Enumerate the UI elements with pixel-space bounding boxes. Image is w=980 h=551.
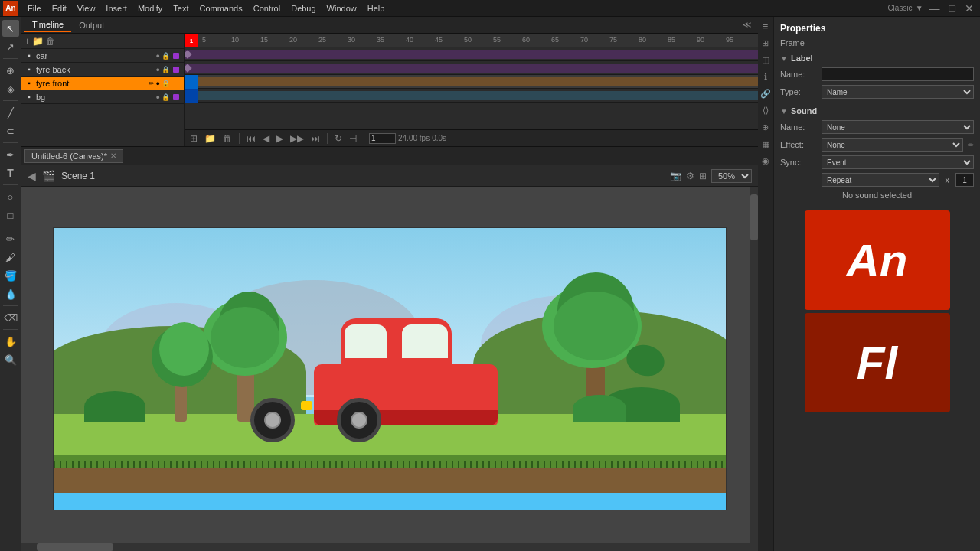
menu-commands[interactable]: Commands xyxy=(194,2,247,15)
gradient-tool[interactable]: ◈ xyxy=(2,80,19,97)
select-tool[interactable]: ↖ xyxy=(2,20,19,37)
menu-control[interactable]: Control xyxy=(249,2,285,15)
menu-file[interactable]: File xyxy=(23,2,46,15)
menu-debug[interactable]: Debug xyxy=(286,2,320,15)
menu-view[interactable]: View xyxy=(73,2,100,15)
components-icon[interactable]: ◉ xyxy=(760,155,772,167)
transform-icon[interactable]: ⊕ xyxy=(760,121,772,133)
sync-select[interactable]: Event xyxy=(822,155,974,169)
hand-tool[interactable]: ✋ xyxy=(2,333,19,350)
code-icon[interactable]: ⟨⟩ xyxy=(760,104,772,116)
x-label: x xyxy=(946,175,950,184)
play-fwd-step[interactable]: ▶▶ xyxy=(288,132,306,145)
h-scrollbar[interactable] xyxy=(21,543,750,551)
playhead-marker: 1 xyxy=(185,34,198,47)
tab-output[interactable]: Output xyxy=(71,19,112,31)
pen-tool[interactable]: ✒ xyxy=(2,146,19,163)
timeline-collapse-btn[interactable]: ≪ xyxy=(740,18,755,31)
add-folder-icon[interactable]: 📁 xyxy=(32,36,44,47)
add-layer-icon[interactable]: + xyxy=(24,36,30,47)
menu-edit[interactable]: Edit xyxy=(47,2,71,15)
minimize-btn[interactable]: — xyxy=(926,2,943,15)
info-icon[interactable]: ℹ xyxy=(760,70,772,83)
edit-effect-btn[interactable]: ✏ xyxy=(966,141,974,149)
grid-icon[interactable]: ⊞ xyxy=(699,171,707,181)
layer-row-bg[interactable]: ▪ bg ● 🔒 xyxy=(21,90,184,104)
v-scrollbar-thumb[interactable] xyxy=(750,194,758,240)
eraser-tool[interactable]: ⌫ xyxy=(2,309,19,326)
canvas-close-btn[interactable]: ✕ xyxy=(110,152,116,160)
zoom-tool[interactable]: 🔍 xyxy=(2,351,19,368)
eye-icon-tyre-back[interactable]: ● xyxy=(156,66,160,73)
current-frame-input[interactable] xyxy=(369,133,396,144)
lock-icon-tyre-back[interactable]: 🔒 xyxy=(162,66,170,73)
lock-icon-car[interactable]: 🔒 xyxy=(162,52,170,60)
lasso-tool[interactable]: ⊂ xyxy=(2,122,19,139)
tb-sep-2 xyxy=(327,133,328,144)
canvas-tab[interactable]: Untitled-6 (Canvas)* ✕ xyxy=(24,149,123,163)
label-section-header[interactable]: ▼ Label xyxy=(780,54,974,63)
adobe-flash-logo[interactable]: Fl xyxy=(805,313,950,412)
line-tool[interactable]: ╱ xyxy=(2,104,19,121)
trash-icon[interactable]: 🗑 xyxy=(220,132,234,145)
prop-row-sync: Sync: Event xyxy=(780,155,974,169)
play-back-step[interactable]: ◀ xyxy=(260,132,272,145)
menu-insert[interactable]: Insert xyxy=(101,2,132,15)
snap-icon[interactable]: ⊣ xyxy=(347,132,359,145)
rect-tool[interactable]: □ xyxy=(2,207,19,223)
back-arrow[interactable]: ◀ xyxy=(28,170,36,182)
link-icon[interactable]: 🔗 xyxy=(760,87,772,99)
grid-view-icon[interactable]: ⊞ xyxy=(760,37,772,49)
repeat-select[interactable]: Repeat xyxy=(822,173,939,187)
repeat-count-input[interactable] xyxy=(956,173,974,187)
menu-window[interactable]: Window xyxy=(322,2,361,15)
h-scrollbar-thumb[interactable] xyxy=(37,543,113,551)
text-tool[interactable]: T xyxy=(2,165,19,181)
new-layer-icon[interactable]: ⊞ xyxy=(188,132,200,145)
properties-icon[interactable]: ≡ xyxy=(760,20,772,32)
filters-icon[interactable]: ▦ xyxy=(760,138,772,150)
adobe-animate-logo[interactable]: An xyxy=(805,210,950,310)
camera-icon[interactable]: 📷 xyxy=(670,171,681,181)
pencil-icon-tyre-front[interactable]: ✏ xyxy=(149,80,155,87)
panel-icon[interactable]: ◫ xyxy=(760,54,772,66)
delete-layer-icon[interactable]: 🗑 xyxy=(46,36,55,47)
menu-modify[interactable]: Modify xyxy=(133,2,167,15)
type-select[interactable]: Name xyxy=(822,85,974,99)
menu-text[interactable]: Text xyxy=(168,2,193,15)
layer-row-tyre-front[interactable]: ▪ tyre front ✏ ● 🔒 xyxy=(21,77,184,90)
name-input[interactable] xyxy=(822,67,974,81)
lock-icon-bg[interactable]: 🔒 xyxy=(162,93,170,101)
brush-tool[interactable]: 🖌 xyxy=(2,249,19,266)
sound-name-select[interactable]: None xyxy=(822,120,974,134)
canvas-viewport[interactable] xyxy=(21,187,758,551)
maximize-btn[interactable]: □ xyxy=(946,2,959,15)
play-back-end[interactable]: ⏮ xyxy=(244,132,258,145)
effect-select[interactable]: None xyxy=(822,138,963,152)
eyedropper-tool[interactable]: 💧 xyxy=(2,285,19,302)
layer-row-car[interactable]: ▪ car ● 🔒 xyxy=(21,49,184,63)
folder-icon[interactable]: 📁 xyxy=(202,132,218,145)
pencil-tool[interactable]: ✏ xyxy=(2,230,19,247)
v-scrollbar[interactable] xyxy=(750,187,758,551)
workspace-selector[interactable]: Classic xyxy=(887,4,912,12)
zoom-select[interactable]: 50% xyxy=(711,169,752,183)
sound-section-header[interactable]: ▼ Sound xyxy=(780,106,974,116)
play-fwd-end[interactable]: ⏭ xyxy=(309,132,322,145)
loop-icon[interactable]: ↻ xyxy=(332,132,345,145)
eye-icon-tyre-front[interactable]: ● xyxy=(156,80,160,87)
subselect-tool[interactable]: ↗ xyxy=(2,38,19,55)
lock-icon-tyre-front[interactable]: 🔒 xyxy=(162,80,170,87)
free-transform-tool[interactable]: ⊕ xyxy=(2,62,19,79)
play-btn[interactable]: ▶ xyxy=(274,132,286,145)
frame-num-5: 5 xyxy=(202,36,206,44)
tab-timeline[interactable]: Timeline xyxy=(24,18,71,32)
eye-icon-bg[interactable]: ● xyxy=(156,93,160,101)
oval-tool[interactable]: ○ xyxy=(2,188,19,205)
close-btn[interactable]: ✕ xyxy=(962,2,977,15)
menu-help[interactable]: Help xyxy=(363,2,390,15)
paint-bucket-tool[interactable]: 🪣 xyxy=(2,267,19,284)
eye-icon-car[interactable]: ● xyxy=(156,52,160,60)
layer-row-tyre-back[interactable]: ▪ tyre back ● 🔒 xyxy=(21,63,184,77)
settings-icon[interactable]: ⚙ xyxy=(686,171,694,181)
